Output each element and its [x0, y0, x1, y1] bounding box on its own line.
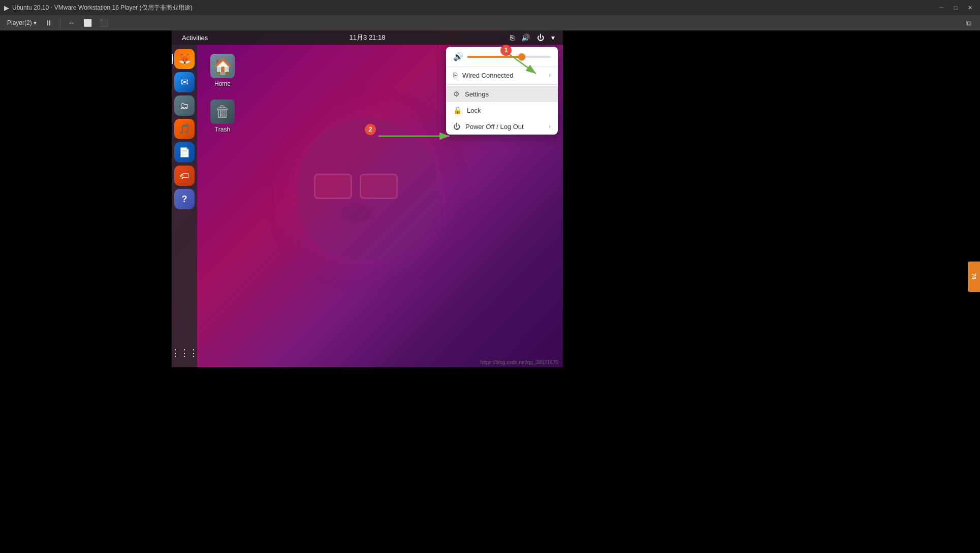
- power-label: Power Off / Log Out: [465, 123, 524, 131]
- ubuntu-topbar: Activities 11月3 21:18 ⎘ 🔊 ⏻ ▾: [172, 30, 563, 45]
- full-screen-button[interactable]: ⬜: [81, 17, 95, 29]
- vmware-titlebar: ▶ Ubuntu 20.10 - VMware Workstation 16 P…: [0, 0, 980, 15]
- vmware-toolbar: Player(2) ▾ ⏸ ↔ ⬜ ⬛ ⧉: [0, 15, 980, 30]
- dock-email[interactable]: ✉: [174, 72, 195, 92]
- system-menu: 🔊 ⎘ Wired Connected › ⚙ Settings 🔒: [446, 47, 558, 135]
- wired-network-icon: ⎘: [453, 71, 457, 79]
- side-panel-button[interactable]: 78: [968, 262, 980, 292]
- annotation-1: 1: [500, 45, 512, 56]
- system-tray: ⎘ 🔊 ⏻ ▾: [508, 32, 557, 43]
- dock-files[interactable]: 🗂: [174, 95, 195, 116]
- sidebar-toggle-button[interactable]: ⧉: [962, 17, 976, 29]
- gorilla-nose: [342, 204, 372, 222]
- menu-item-settings[interactable]: ⚙ Settings: [446, 86, 558, 102]
- lock-label: Lock: [467, 107, 481, 114]
- volume-slider-fill: [467, 56, 522, 58]
- activities-button[interactable]: Activities: [178, 34, 212, 42]
- dock-apps-grid-button[interactable]: ⋮⋮⋮: [174, 343, 195, 363]
- annotation-2: 2: [365, 124, 376, 135]
- annotation-badge-1: 1: [500, 45, 512, 56]
- settings-label: Settings: [465, 90, 489, 98]
- dropdown-arrow-icon: ▾: [34, 19, 37, 26]
- dock-help[interactable]: ?: [174, 189, 195, 209]
- volume-slider-thumb: [518, 53, 525, 60]
- desktop-icon-home[interactable]: 🏠 Home: [202, 51, 243, 90]
- power-off-icon: ⏻: [453, 122, 460, 131]
- volume-menu-icon: 🔊: [453, 52, 463, 61]
- menu-item-power[interactable]: ⏻ Power Off / Log Out ›: [446, 118, 558, 135]
- gorilla-left-lens: [314, 174, 352, 199]
- ubuntu-vm: Activities 11月3 21:18 ⎘ 🔊 ⏻ ▾ 🦊 ✉ 🗂 🎵: [172, 30, 563, 367]
- home-folder-icon: 🏠: [210, 54, 235, 78]
- annotation-badge-2: 2: [365, 124, 376, 135]
- toolbar-buttons: ⏸ ↔ ⬜ ⬛: [42, 15, 111, 30]
- menu-item-lock[interactable]: 🔒 Lock: [446, 102, 558, 118]
- settings-gear-icon: ⚙: [453, 90, 460, 98]
- wired-connected-label: Wired Connected: [462, 72, 513, 79]
- desktop-icon-trash[interactable]: 🗑 Trash: [202, 96, 243, 136]
- window-controls: ─ □ ✕: [935, 3, 976, 13]
- dock-writer[interactable]: 📄: [174, 142, 195, 162]
- url-bar: https://blog.csdn.net/qq_39021670: [479, 359, 560, 366]
- toolbar-separator: [60, 18, 60, 28]
- vm-switch-button[interactable]: ↔: [65, 17, 79, 29]
- gorilla-glasses: [314, 174, 398, 199]
- minimize-button[interactable]: ─: [935, 3, 947, 13]
- menu-item-wired[interactable]: ⎘ Wired Connected ›: [446, 67, 558, 83]
- dock-music[interactable]: 🎵: [174, 119, 195, 139]
- ubuntu-dock: 🦊 ✉ 🗂 🎵 📄 🏷 ? ⋮⋮⋮: [172, 45, 197, 367]
- dock-appstore[interactable]: 🏷: [174, 166, 195, 186]
- lock-icon: 🔒: [453, 106, 462, 114]
- gorilla-right-lens: [360, 174, 398, 199]
- wired-arrow-icon: ›: [549, 72, 551, 79]
- dock-firefox[interactable]: 🦊: [174, 49, 195, 69]
- power-tray-icon[interactable]: ⏻: [535, 32, 546, 43]
- volume-slider-track[interactable]: [467, 56, 551, 58]
- trash-folder-icon: 🗑: [210, 100, 235, 124]
- menu-separator-1: [446, 84, 558, 85]
- vmware-title: Ubuntu 20.10 - VMware Workstation 16 Pla…: [12, 4, 935, 12]
- power-arrow-icon: ›: [549, 123, 551, 130]
- pause-button[interactable]: ⏸: [42, 17, 56, 29]
- close-button[interactable]: ✕: [964, 3, 976, 13]
- trash-icon-label: Trash: [205, 126, 240, 133]
- toolbar-right: ⧉: [962, 17, 976, 29]
- maximize-button[interactable]: □: [950, 3, 962, 13]
- volume-tray-icon[interactable]: 🔊: [519, 32, 532, 43]
- vmware-logo-icon: ▶: [4, 4, 9, 12]
- system-clock: 11月3 21:18: [350, 33, 386, 42]
- ubuntu-desktop: Activities 11月3 21:18 ⎘ 🔊 ⏻ ▾ 🦊 ✉ 🗂 🎵: [172, 30, 563, 367]
- tray-dropdown-icon[interactable]: ▾: [549, 32, 557, 43]
- player-menu[interactable]: Player(2) ▾: [4, 18, 40, 27]
- home-icon-label: Home: [205, 80, 240, 87]
- snapshot-button[interactable]: ⬛: [97, 17, 111, 29]
- network-tray-icon[interactable]: ⎘: [508, 32, 516, 43]
